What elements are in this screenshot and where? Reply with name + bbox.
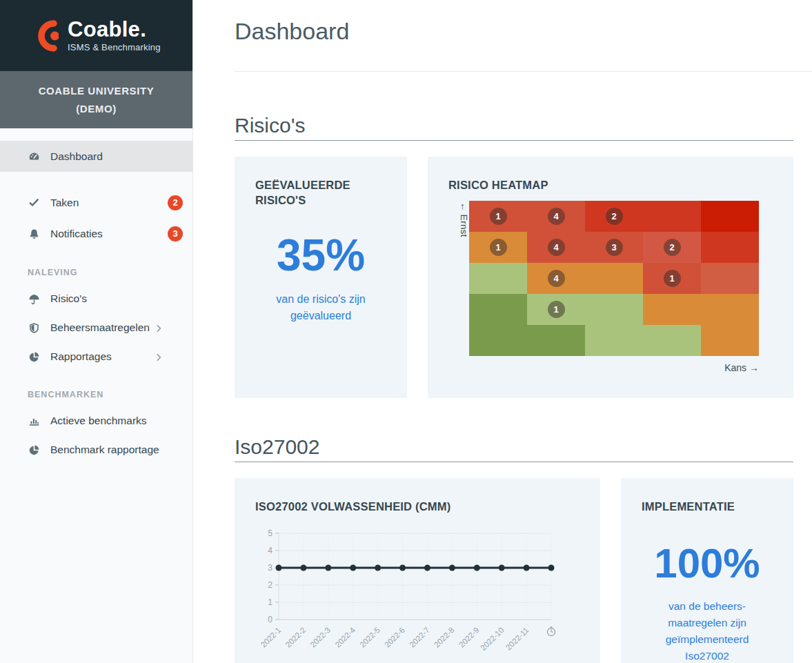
cmm-line-chart: 0123452022-12022-22022-32022-42022-52022… (251, 525, 582, 656)
evaluated-risks-card: GEËVALUEERDE RISICO'S 35% van de risico'… (235, 157, 407, 398)
data-point (276, 565, 282, 571)
sidebar-item-benchmark-rapportage[interactable]: Benchmark rapportage (0, 435, 192, 464)
heatmap-cell (643, 325, 701, 356)
bar-chart-icon (28, 415, 40, 427)
logo[interactable]: Coable. ISMS & Benchmarking (0, 0, 192, 71)
heatmap-count-badge: 2 (606, 208, 623, 225)
heatmap-cell: 1 (469, 232, 527, 263)
page-title: Dashboard (235, 18, 812, 44)
heatmap-cell (585, 325, 643, 356)
x-tick-label: 2022-9 (457, 626, 481, 649)
page-divider (235, 71, 812, 72)
y-tick-label: 2 (268, 580, 273, 590)
sidebar-item-label: Risico's (50, 293, 87, 305)
evaluated-risks-value: 35% (255, 233, 386, 277)
section-title-risks: Risico's (235, 113, 793, 141)
notifications-count-badge: 3 (168, 226, 183, 241)
implementation-value: 100% (642, 543, 773, 584)
heatmap-cell (701, 325, 759, 356)
heatmap-cell (469, 325, 527, 356)
chevron-right-icon (153, 352, 164, 363)
sidebar-item-dashboard[interactable]: Dashboard (0, 141, 192, 172)
heatmap-count-badge: 1 (490, 239, 507, 256)
section-title-iso27002: Iso27002 (235, 435, 793, 462)
heatmap-cell (643, 294, 701, 325)
evaluated-risks-caption: van de risico's zijn geëvalueerd (261, 291, 382, 326)
heatmap-cell: 1 (527, 294, 585, 325)
coable-logo-icon (38, 19, 59, 52)
data-point (548, 565, 555, 571)
umbrella-icon (28, 293, 40, 305)
heatmap-count-badge: 4 (548, 270, 565, 287)
cmm-chart-card: ISO27002 VOLWASSENHEID (CMM) 0123452022-… (235, 478, 600, 663)
y-tick-label: 4 (268, 546, 273, 555)
heatmap-cell (527, 325, 585, 356)
heatmap-cell (585, 263, 643, 294)
x-tick-label: 2022-6 (383, 626, 406, 649)
x-tick-label: 2022-4 (333, 626, 357, 649)
taken-count-badge: 2 (168, 195, 183, 210)
card-title: RISICO HEATMAP (448, 177, 773, 192)
heatmap-count-badge: 4 (548, 239, 565, 256)
sidebar-item-rapportages[interactable]: Rapportages (0, 342, 192, 371)
x-tick-label: 2022-10 (479, 626, 505, 652)
nav-section-naleving: NALEVING (0, 268, 192, 277)
heatmap-cell: 1 (469, 201, 527, 232)
card-title: GEËVALUEERDE RISICO'S (255, 177, 386, 208)
heatmap-cell (701, 263, 759, 294)
heatmap-count-badge: 2 (664, 239, 681, 256)
risk-heatmap: 1421432411 (469, 201, 759, 356)
heatmap-cell: 2 (643, 232, 701, 263)
heatmap-cell: 4 (527, 232, 585, 263)
sidebar-item-beheersmaatregelen[interactable]: Beheersmaatregelen (0, 313, 192, 342)
heatmap-cell: 4 (527, 263, 585, 294)
sidebar-item-taken[interactable]: Taken 2 (0, 187, 192, 218)
risk-heatmap-card: RISICO HEATMAP ← Ernst 1421432411 Kans → (428, 157, 793, 398)
clock-icon (548, 627, 555, 636)
heatmap-cell: 1 (643, 263, 701, 294)
heatmap-cell (701, 294, 759, 325)
x-tick-label: 2022-3 (308, 626, 332, 649)
sidebar-item-actieve-benchmarks[interactable]: Actieve benchmarks (0, 406, 192, 435)
data-point (325, 565, 331, 571)
card-title: IMPLEMENTATIE (642, 499, 773, 514)
shield-icon (28, 322, 40, 334)
sidebar-item-label: Beheersmaatregelen (50, 321, 150, 334)
sidebar: Coable. ISMS & Benchmarking COABLE UNIVE… (0, 0, 193, 663)
x-tick-label: 2022-5 (358, 626, 382, 649)
heatmap-cell (701, 201, 759, 232)
data-point (474, 565, 480, 571)
heatmap-y-axis-label: ← Ernst (448, 201, 469, 356)
card-title: ISO27002 VOLWASSENHEID (CMM) (255, 499, 580, 514)
x-tick-label: 2022-2 (284, 626, 308, 649)
heatmap-count-badge: 3 (606, 239, 623, 256)
sidebar-item-label: Benchmark rapportage (50, 444, 159, 456)
x-tick-label: 2022-8 (433, 626, 456, 649)
pie-chart-icon (28, 351, 40, 363)
implementation-card: IMPLEMENTATIE 100% van de beheers-maatre… (621, 478, 793, 663)
sidebar-item-risicos[interactable]: Risico's (0, 284, 192, 313)
brand-tagline: ISMS & Benchmarking (68, 42, 161, 52)
heatmap-count-badge: 4 (548, 208, 565, 225)
y-tick-label: 3 (268, 563, 273, 573)
sidebar-item-label: Dashboard (50, 150, 103, 163)
sidebar-item-label: Taken (50, 197, 79, 209)
x-tick-label: 2022-7 (408, 626, 431, 649)
y-tick-label: 5 (268, 528, 273, 538)
risks-section: Risico's GEËVALUEERDE RISICO'S 35% van d… (235, 113, 812, 398)
sidebar-item-label: Rapportages (50, 350, 112, 363)
x-tick-label: 2022-1 (259, 626, 283, 649)
sidebar-item-notificaties[interactable]: Notificaties 3 (0, 218, 192, 249)
heatmap-cell (469, 294, 527, 325)
heatmap-cell (469, 263, 527, 294)
heatmap-cell (643, 201, 701, 232)
data-point (524, 565, 530, 571)
sidebar-item-label: Notificaties (50, 228, 103, 240)
brand-name: Coable. (68, 19, 161, 40)
heatmap-x-axis-label: Kans → (448, 362, 759, 373)
heatmap-cell (585, 294, 643, 325)
y-tick-label: 1 (268, 597, 273, 607)
heatmap-count-badge: 1 (490, 208, 507, 225)
app-window: Coable. ISMS & Benchmarking COABLE UNIVE… (0, 0, 812, 663)
iso27002-section: Iso27002 ISO27002 VOLWASSENHEID (CMM) 01… (235, 435, 812, 663)
